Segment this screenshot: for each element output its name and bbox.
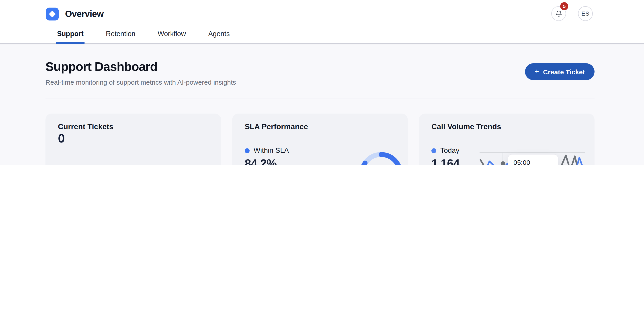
app-logo	[46, 7, 59, 20]
within-sla-value: 84.2%	[245, 157, 276, 165]
today-legend: Today	[432, 147, 459, 155]
tab-label: Workflow	[158, 30, 186, 38]
today-value: 1,164	[432, 157, 460, 165]
tab-retention[interactable]: Retention	[106, 24, 136, 43]
card-title: Call Volume Trends	[432, 122, 501, 131]
within-sla-dot	[245, 148, 250, 153]
within-sla-label: Within SLA	[254, 147, 289, 155]
active-tab-underline	[56, 42, 85, 44]
card-title: Current Tickets	[58, 122, 114, 131]
plus-icon: +	[534, 67, 539, 76]
within-sla-legend: Within SLA	[245, 147, 289, 155]
chart-tooltip: 05:00 Today48Yesterday55	[508, 154, 558, 165]
tooltip-time: 05:00	[514, 159, 553, 165]
top-header: Overview SupportRetentionWorkflowAgents …	[0, 0, 644, 44]
current-tickets-card: Current Tickets 0 82%Resolved13%In Progr…	[46, 114, 221, 165]
call-volume-card: Call Volume Trends Today 1,164 Yesterday…	[419, 114, 594, 165]
today-dot	[432, 148, 436, 153]
tab-label: Support	[57, 30, 84, 38]
tab-support[interactable]: Support	[57, 24, 84, 43]
diamond-icon	[49, 10, 56, 17]
nav-tabs: SupportRetentionWorkflowAgents	[57, 24, 230, 43]
today-label: Today	[440, 147, 459, 155]
create-ticket-button[interactable]: + Create Ticket	[525, 63, 594, 80]
current-tickets-count: 0	[58, 131, 65, 146]
tab-label: Agents	[208, 30, 230, 38]
page-subtitle: Real-time monitoring of support metrics …	[46, 78, 236, 86]
avatar[interactable]: ES	[578, 6, 593, 21]
header-divider	[46, 98, 594, 98]
tab-agents[interactable]: Agents	[208, 24, 230, 43]
tab-label: Retention	[106, 30, 136, 38]
notification-badge: 5	[560, 2, 568, 10]
sla-donut-center-label: 84.2%	[358, 151, 404, 165]
bell-icon	[555, 9, 563, 17]
card-title: SLA Performance	[245, 122, 308, 131]
support-dashboard-screen: Overview SupportRetentionWorkflowAgents …	[0, 0, 644, 165]
tab-workflow[interactable]: Workflow	[158, 24, 186, 43]
page-title: Support Dashboard	[46, 60, 157, 74]
sla-performance-card: SLA Performance Within SLA 84.2% SLA Bre…	[232, 114, 408, 165]
app-title: Overview	[65, 9, 104, 19]
create-ticket-label: Create Ticket	[543, 68, 585, 75]
